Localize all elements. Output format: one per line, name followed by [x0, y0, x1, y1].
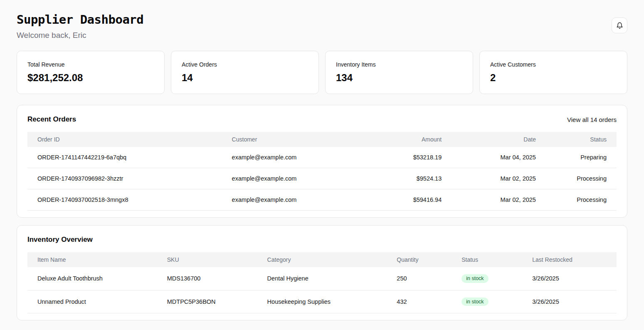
inventory-overview-card: Inventory Overview Item Name SKU Categor… — [17, 225, 627, 320]
stat-label: Active Orders — [182, 61, 308, 68]
amount-cell: $53218.19 — [399, 147, 452, 168]
inventory-header-row: Item Name SKU Category Quantity Status L… — [27, 252, 617, 267]
column-header-customer: Customer — [222, 132, 399, 147]
recent-orders-header: Recent Orders View all 14 orders — [27, 115, 617, 124]
stat-card-active-orders: Active Orders 14 — [171, 51, 319, 94]
stat-label: Inventory Items — [336, 61, 462, 68]
customer-cell: example@example.com — [222, 147, 399, 168]
stat-value: 134 — [336, 72, 462, 84]
order-id-cell: ORDER-1740937002518-3mngx8 — [27, 189, 222, 211]
status-cell: in stock — [452, 267, 522, 290]
stat-card-inventory-items: Inventory Items 134 — [325, 51, 473, 94]
inventory-table: Item Name SKU Category Quantity Status L… — [27, 252, 617, 313]
bell-icon — [616, 22, 623, 29]
stat-card-total-revenue: Total Revenue $281,252.08 — [17, 51, 165, 94]
category-cell: Dental Hygiene — [257, 267, 387, 290]
orders-header-row: Order ID Customer Amount Date Status — [27, 132, 617, 147]
column-header-sku: SKU — [157, 252, 257, 267]
stat-label: Total Revenue — [27, 61, 154, 68]
last-restocked-cell: 3/26/2025 — [522, 290, 617, 313]
customer-cell: example@example.com — [222, 168, 399, 189]
column-header-status: Status — [546, 132, 617, 147]
column-header-category: Category — [257, 252, 387, 267]
stat-value: $281,252.08 — [27, 72, 154, 84]
status-cell: Processing — [546, 189, 617, 211]
item-name-cell: Deluxe Adult Toothbrush — [27, 267, 157, 290]
stock-status-badge: in stock — [461, 298, 488, 306]
quantity-cell: 432 — [387, 290, 452, 313]
customer-cell: example@example.com — [222, 189, 399, 211]
category-cell: Housekeeping Supplies — [257, 290, 387, 313]
date-cell: Mar 02, 2025 — [452, 168, 546, 189]
column-header-date: Date — [452, 132, 546, 147]
inventory-title: Inventory Overview — [27, 236, 93, 244]
page-header: Supplier Dashboard Welcome back, Eric — [17, 12, 627, 40]
sku-cell: MDS136700 — [157, 267, 257, 290]
column-header-amount: Amount — [399, 132, 452, 147]
recent-orders-card: Recent Orders View all 14 orders Order I… — [17, 105, 627, 218]
order-row: ORDER-1741147442219-6a7qbq example@examp… — [27, 147, 617, 168]
header-titles: Supplier Dashboard Welcome back, Eric — [17, 12, 143, 40]
item-name-cell: Unnamed Product — [27, 290, 157, 313]
page-title: Supplier Dashboard — [17, 12, 143, 27]
status-cell: Preparing — [546, 147, 617, 168]
stock-status-badge: in stock — [461, 274, 488, 283]
inventory-header: Inventory Overview — [27, 236, 617, 244]
notification-button[interactable] — [612, 17, 627, 33]
stat-value: 2 — [490, 72, 617, 84]
stat-value: 14 — [182, 72, 308, 84]
amount-cell: $59416.94 — [399, 189, 452, 211]
order-id-cell: ORDER-1741147442219-6a7qbq — [27, 147, 222, 168]
stats-grid: Total Revenue $281,252.08 Active Orders … — [17, 51, 627, 94]
column-header-last-restocked: Last Restocked — [522, 252, 617, 267]
order-id-cell: ORDER-1740937096982-3hzztr — [27, 168, 222, 189]
order-row: ORDER-1740937096982-3hzztr example@examp… — [27, 168, 617, 189]
recent-orders-title: Recent Orders — [27, 115, 76, 124]
inventory-row: Deluxe Adult Toothbrush MDS136700 Dental… — [27, 267, 617, 290]
inventory-row: Unnamed Product MDTPC5P36BON Housekeepin… — [27, 290, 617, 313]
status-cell: in stock — [452, 290, 522, 313]
status-cell: Processing — [546, 168, 617, 189]
sku-cell: MDTPC5P36BON — [157, 290, 257, 313]
stat-card-active-customers: Active Customers 2 — [479, 51, 627, 94]
recent-orders-table: Order ID Customer Amount Date Status ORD… — [27, 132, 617, 211]
column-header-item-name: Item Name — [27, 252, 157, 267]
order-row: ORDER-1740937002518-3mngx8 example@examp… — [27, 189, 617, 211]
page-subtitle: Welcome back, Eric — [17, 31, 143, 40]
column-header-order-id: Order ID — [27, 132, 222, 147]
supplier-dashboard-page: Supplier Dashboard Welcome back, Eric To… — [0, 0, 644, 320]
column-header-quantity: Quantity — [387, 252, 452, 267]
last-restocked-cell: 3/26/2025 — [522, 267, 617, 290]
quantity-cell: 250 — [387, 267, 452, 290]
date-cell: Mar 02, 2025 — [452, 189, 546, 211]
date-cell: Mar 04, 2025 — [452, 147, 546, 168]
amount-cell: $9524.13 — [399, 168, 452, 189]
view-all-orders-link[interactable]: View all 14 orders — [567, 116, 617, 123]
column-header-status: Status — [452, 252, 522, 267]
stat-label: Active Customers — [490, 61, 617, 68]
